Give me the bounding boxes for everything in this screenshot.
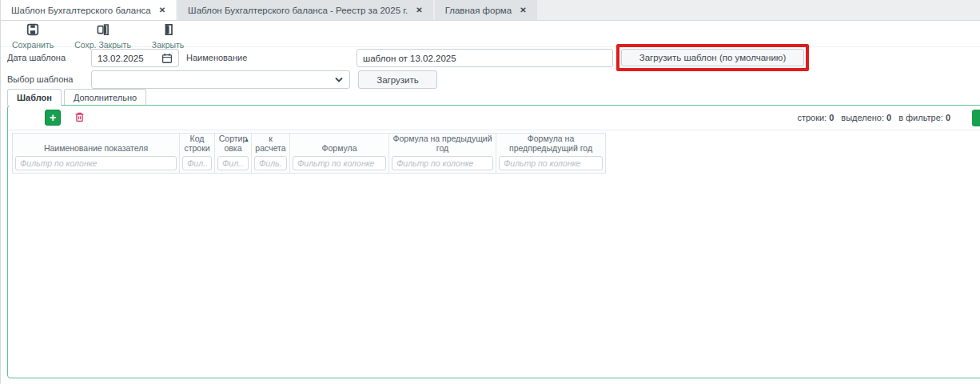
window-tab-label: Шаблон Бухгалтерского баланса - Реестр з… bbox=[188, 6, 408, 15]
subtab-strip: Шаблон Дополнительно bbox=[7, 89, 146, 106]
subtab-label: Дополнительно bbox=[74, 93, 137, 102]
grid-column: Формула на предпредыдущий год bbox=[496, 134, 605, 173]
grid-column: Порядок расчета bbox=[252, 134, 290, 173]
window-tab-label: Шаблон Бухгалтерского баланса bbox=[11, 6, 151, 15]
column-filter-input[interactable] bbox=[499, 156, 603, 170]
load-default-template-button[interactable]: Загрузить шаблон (по умолчанию) bbox=[621, 49, 804, 66]
save-close-icon bbox=[97, 23, 110, 39]
toolbar: Сохранить Сохр. Закрыть Закрыть bbox=[1, 21, 980, 47]
filtered-count: в фильтре:0 bbox=[898, 113, 950, 122]
grid-column-filter bbox=[496, 154, 605, 173]
grid-column-header[interactable]: Формула на предыдущий год bbox=[389, 134, 496, 154]
delete-row-button[interactable] bbox=[71, 110, 87, 126]
column-filter-input[interactable] bbox=[293, 156, 386, 170]
column-filter-input[interactable] bbox=[182, 156, 212, 170]
template-date-label: Дата шаблона bbox=[7, 53, 66, 62]
column-filter-input[interactable] bbox=[217, 156, 249, 170]
grid-column: Формула на предыдущий год bbox=[389, 134, 496, 173]
close-button[interactable]: Закрыть bbox=[152, 21, 184, 50]
window-tab[interactable]: Шаблон Бухгалтерского баланса - Реестр з… bbox=[177, 0, 433, 20]
grid-column-header[interactable]: Наименование показателя bbox=[13, 134, 179, 154]
window-tab[interactable]: Шаблон Бухгалтерского баланса ✕ bbox=[1, 0, 176, 20]
grid-column-header[interactable]: Формула на предпредыдущий год bbox=[496, 134, 605, 154]
window-tab-label: Главная форма bbox=[445, 6, 512, 15]
template-name-label: Наименование bbox=[186, 53, 247, 62]
close-icon[interactable]: ✕ bbox=[159, 6, 165, 14]
template-date-input[interactable]: 13.02.2025 bbox=[91, 49, 179, 67]
grid-header-row: Наименование показателя Код строки Сорти… bbox=[12, 133, 606, 174]
save-close-button[interactable]: Сохр. Закрыть bbox=[74, 21, 131, 50]
save-button-label: Сохранить bbox=[12, 40, 54, 50]
grid-column-filter bbox=[290, 154, 388, 173]
subtab[interactable]: Дополнительно bbox=[64, 89, 146, 105]
grid-column-filter bbox=[389, 154, 496, 173]
calendar-icon[interactable] bbox=[161, 53, 173, 64]
panel-separator bbox=[8, 130, 980, 130]
template-panel: + строки:0 выделено:0 в фильтре:0 Наимен… bbox=[7, 105, 980, 378]
grid-column-header[interactable]: Сортировка ▲ bbox=[215, 134, 251, 154]
save-icon bbox=[26, 23, 39, 39]
template-select-label: Выбор шаблона bbox=[7, 74, 73, 84]
chevron-down-icon[interactable] bbox=[334, 75, 344, 85]
grid-column-header[interactable]: Порядок расчета bbox=[252, 134, 289, 154]
template-name-value: шаблон от 13.02.2025 bbox=[363, 54, 456, 63]
grid-column: Сортировка ▲ bbox=[215, 134, 252, 173]
grid-column-header[interactable]: Код строки bbox=[180, 134, 214, 154]
save-button[interactable]: Сохранить bbox=[12, 21, 54, 50]
add-row-button[interactable]: + bbox=[45, 110, 61, 126]
selected-count: выделено:0 bbox=[841, 113, 891, 122]
column-filter-input[interactable] bbox=[392, 156, 493, 170]
close-icon[interactable]: ✕ bbox=[416, 6, 422, 14]
template-name-input[interactable]: шаблон от 13.02.2025 bbox=[357, 49, 613, 67]
grid-column: Код строки bbox=[180, 134, 215, 173]
annotation-red-box: Загрузить шаблон (по умолчанию) bbox=[616, 44, 809, 71]
grid-column-filter bbox=[252, 154, 289, 173]
grid-status-bar: строки:0 выделено:0 в фильтре:0 bbox=[797, 113, 950, 122]
grid-column: Формула bbox=[290, 134, 389, 173]
rows-count: строки:0 bbox=[797, 113, 834, 122]
grid-column-filter bbox=[180, 154, 214, 173]
trash-icon bbox=[74, 111, 86, 126]
grid-column-header[interactable]: Формула bbox=[290, 134, 388, 154]
sort-asc-icon: ▲ bbox=[245, 137, 249, 142]
load-template-button[interactable]: Загрузить bbox=[358, 70, 437, 89]
grid-column-filter bbox=[13, 154, 179, 173]
clipped-green-button[interactable] bbox=[972, 110, 980, 126]
grid-column-filter bbox=[215, 154, 251, 173]
column-filter-input[interactable] bbox=[254, 156, 287, 170]
template-date-value: 13.02.2025 bbox=[98, 54, 144, 63]
column-filter-input[interactable] bbox=[15, 156, 177, 170]
app-window: Шаблон Бухгалтерского баланса ✕ Шаблон Б… bbox=[0, 0, 980, 384]
close-icon[interactable]: ✕ bbox=[520, 6, 526, 14]
subtab-label: Шаблон bbox=[17, 93, 52, 102]
door-exit-icon bbox=[161, 23, 174, 39]
window-tab[interactable]: Главная форма ✕ bbox=[435, 0, 537, 20]
subtab[interactable]: Шаблон bbox=[7, 89, 62, 106]
window-tabbar: Шаблон Бухгалтерского баланса ✕ Шаблон Б… bbox=[1, 0, 980, 21]
grid-column: Наименование показателя bbox=[13, 134, 180, 173]
template-select-combobox[interactable] bbox=[91, 70, 350, 89]
